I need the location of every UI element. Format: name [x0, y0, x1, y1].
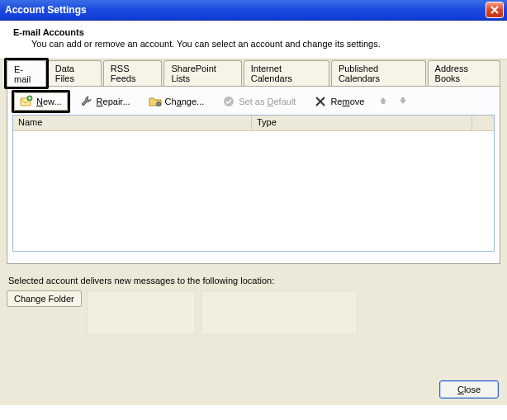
- accounts-list[interactable]: Name Type: [12, 115, 495, 252]
- button-label: Repair...: [97, 97, 130, 106]
- mail-new-icon: [20, 95, 33, 108]
- button-label: New...: [36, 97, 62, 106]
- change-button[interactable]: Change...: [143, 92, 211, 111]
- tab-page-email: New... Repair...: [7, 86, 500, 264]
- header-subtitle: You can add or remove an account. You ca…: [31, 39, 499, 49]
- folder-gear-icon: [149, 95, 162, 108]
- button-label: Remove: [330, 97, 364, 106]
- arrow-down-icon: [398, 96, 408, 106]
- close-accel: C: [457, 385, 464, 394]
- header-title: E-mail Accounts: [13, 27, 499, 37]
- toolbar: New... Repair...: [12, 92, 495, 111]
- close-button[interactable]: Close: [439, 380, 499, 399]
- tab-label: Data Files: [55, 64, 74, 83]
- delivery-location-label: Selected account delivers new messages t…: [8, 276, 500, 286]
- window-close-button[interactable]: [486, 2, 504, 18]
- remove-button[interactable]: Remove: [308, 92, 370, 111]
- client-area: E-mail Accounts You can add or remove an…: [0, 21, 507, 420]
- button-label: Set as Default: [239, 97, 296, 106]
- dialog-footer: Close: [439, 380, 499, 399]
- arrow-up-icon: [378, 96, 388, 106]
- tab-label: E-mail: [14, 64, 31, 84]
- move-up-button: [377, 96, 390, 108]
- header: E-mail Accounts You can add or remove an…: [0, 21, 507, 59]
- column-spacer: [472, 116, 494, 130]
- titlebar: Account Settings: [0, 0, 507, 21]
- tab-sharepoint-lists[interactable]: SharePoint Lists: [163, 60, 241, 86]
- check-circle-icon: [222, 95, 235, 108]
- column-type[interactable]: Type: [252, 116, 472, 130]
- tab-label: SharePoint Lists: [171, 64, 216, 83]
- tab-label: Address Books: [435, 64, 468, 83]
- column-name[interactable]: Name: [13, 116, 252, 130]
- repair-button[interactable]: Repair...: [74, 92, 136, 111]
- tab-label: Internet Calendars: [251, 64, 292, 83]
- new-button[interactable]: New...: [14, 92, 68, 111]
- set-default-button: Set as Default: [216, 92, 301, 111]
- folder-path-box-1: [87, 290, 196, 335]
- tab-label: Published Calendars: [339, 64, 380, 83]
- button-label: Change...: [165, 97, 205, 106]
- tab-published-calendars[interactable]: Published Calendars: [331, 60, 426, 86]
- tab-rss-feeds[interactable]: RSS Feeds: [103, 60, 163, 86]
- delivery-location-row: Change Folder: [7, 290, 500, 335]
- body-panel: E-mail Data Files RSS Feeds SharePoint L…: [0, 59, 507, 405]
- tab-internet-calendars[interactable]: Internet Calendars: [244, 60, 329, 86]
- tutorial-highlight: [4, 58, 49, 89]
- move-down-button: [396, 96, 410, 108]
- delete-x-icon: [314, 95, 327, 108]
- tab-data-files[interactable]: Data Files: [48, 60, 102, 86]
- folder-path-box-2: [201, 290, 358, 335]
- tab-email[interactable]: E-mail: [7, 60, 46, 87]
- wrench-icon: [80, 95, 93, 108]
- tab-label: RSS Feeds: [111, 64, 136, 83]
- list-header: Name Type: [13, 116, 494, 131]
- window-title: Account Settings: [5, 4, 486, 16]
- close-icon: [490, 6, 499, 14]
- change-folder-button[interactable]: Change Folder: [7, 290, 82, 307]
- svg-point-2: [156, 102, 160, 106]
- tab-strip: E-mail Data Files RSS Feeds SharePoint L…: [7, 68, 500, 86]
- tab-address-books[interactable]: Address Books: [428, 60, 500, 86]
